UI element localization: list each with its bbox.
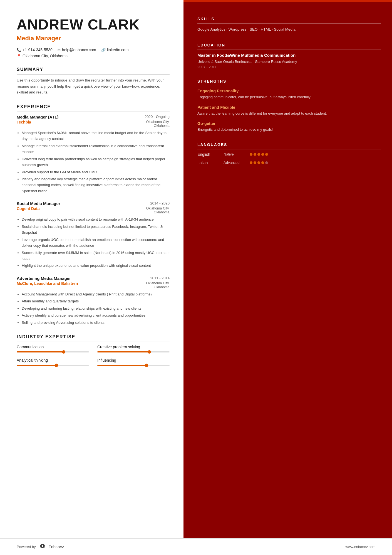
bar-fill (17, 351, 64, 352)
summary-text: Use this opportunity to intrigue and dra… (17, 77, 170, 95)
language-english: English Native (197, 152, 381, 157)
lang-english-level: Native (224, 152, 249, 156)
bullet: Selling and providing Advertising soluti… (22, 320, 170, 325)
location-row: 📍 Oklahoma City, Oklahoma (17, 54, 170, 58)
languages-section: LANGUAGES English Native Italian Advance… (197, 142, 381, 165)
expertise-analytical-label: Analytical thinking (17, 358, 89, 362)
candidate-title: Media Manager (17, 35, 170, 42)
bar-dot (62, 350, 65, 354)
expertise-communication-label: Communication (17, 345, 89, 349)
job-1-bullets: Managed Sportsbet's $40M+ annual above t… (17, 130, 170, 194)
dot (257, 161, 260, 164)
expertise-influencing-label: Influencing (97, 358, 170, 362)
dot (265, 161, 268, 164)
logo-icon (38, 544, 47, 550)
dot (250, 161, 252, 164)
bullet: Delivered long term media partnerships a… (22, 156, 170, 168)
dot (254, 161, 256, 164)
location-icon: 📍 (17, 54, 21, 58)
job-2-subheader: Cogent Data Oklahoma City,Oklahoma (17, 206, 170, 214)
job-2-date: 2014 - 2020 (150, 201, 170, 205)
experience-section: EXPERIENCE Media Manager (ATL) 2020 - On… (17, 104, 170, 325)
strength-3: Go-getter Energetic and determined to ac… (197, 121, 381, 132)
bar-fill (17, 365, 56, 366)
brand-name: Enhancv (49, 545, 64, 549)
job-3-header: Advertising Media Manager 2011 - 2014 (17, 276, 170, 281)
job-2-role: Social Media Manager (17, 201, 60, 206)
job-2-bullets: Develop original copy to pair with visua… (17, 216, 170, 269)
main-column: ANDREW CLARK Media Manager 📞 +1-914-345-… (0, 0, 183, 555)
job-2-company: Cogent Data (17, 206, 39, 211)
education-section: EDUCATION Master in Food&Wine Multimedia… (197, 43, 381, 69)
page-footer: Powered by Enhancv www.enhancv.com (0, 538, 392, 555)
dot (265, 153, 268, 156)
expertise-grid: Communication Creative problem solving (17, 345, 170, 366)
job-3-location: Oklahoma City,Oklahoma (146, 281, 170, 289)
dot (254, 153, 256, 156)
job-1-role: Media Manager (ATL) (17, 115, 59, 119)
lang-english-name: English (197, 152, 222, 157)
dot (250, 153, 252, 156)
expertise-analytical-bar (17, 365, 89, 366)
lang-italian-name: Italian (197, 161, 222, 165)
skills-text: Google Analytics · Wordpress · SEO · HTM… (197, 26, 381, 33)
education-degree: Master in Food&Wine Multimedia Communica… (197, 53, 381, 58)
linkedin-icon: 🔗 (101, 48, 106, 52)
dot (261, 161, 264, 164)
expertise-influencing: Influencing (97, 358, 170, 366)
job-1-header: Media Manager (ATL) 2020 - Ongoing (17, 115, 170, 119)
enhancv-logo: Enhancv (38, 544, 64, 550)
bullet: Manage internal and external stakeholder… (22, 143, 170, 155)
lang-italian-dots (250, 161, 381, 164)
strength-1-name: Engaging Personality (197, 89, 381, 93)
expertise-communication-bar (17, 351, 89, 352)
job-3: Advertising Media Manager 2011 - 2014 Mc… (17, 276, 170, 325)
job-3-date: 2011 - 2014 (150, 276, 170, 280)
bullet: Successfully generate over $4.5MM in sal… (22, 250, 170, 262)
education-title: EDUCATION (197, 43, 381, 50)
lang-english-dots (250, 153, 381, 156)
logo-svg (38, 544, 47, 549)
expertise-creative-label: Creative problem solving (97, 345, 170, 349)
expertise-title: INDUSTRY EXPERTISE (17, 334, 170, 342)
bar-fill (97, 365, 147, 366)
expertise-section: INDUSTRY EXPERTISE Communication Creativ… (17, 334, 170, 366)
strengths-section: STRENGTHS Engaging Personality Engaging … (197, 79, 381, 132)
strength-1-desc: Engaging communicator, can be persuasive… (197, 94, 381, 100)
strength-2-desc: Aware that the learning curve is differe… (197, 111, 381, 116)
job-1-date: 2020 - Ongoing (145, 115, 170, 119)
bullet: Managed Sportsbet's $40M+ annual above t… (22, 130, 170, 142)
footer-website: www.enhancv.com (346, 545, 375, 549)
expertise-creative-bar (97, 351, 170, 352)
strength-3-name: Go-getter (197, 121, 381, 126)
strength-2-name: Patient and Flexible (197, 105, 381, 110)
expertise-creative: Creative problem solving (97, 345, 170, 352)
bar-dot (55, 364, 58, 367)
bullet: Provided support to the GM of Media and … (22, 169, 170, 175)
job-2: Social Media Manager 2014 - 2020 Cogent … (17, 201, 170, 269)
education-years: 2007 - 2011 (197, 65, 381, 69)
powered-by-label: Powered by (17, 545, 36, 549)
expertise-influencing-bar (97, 365, 170, 366)
bar-dot (145, 364, 148, 367)
skills-title: SKILLS (197, 17, 381, 24)
linkedin-contact: 🔗 linkedin.com (101, 48, 129, 52)
bullet: Highlight the unique experience and valu… (22, 263, 170, 268)
candidate-name: ANDREW CLARK (17, 17, 170, 33)
education-school: Università Suor Orsola Benincasa - Gambe… (197, 60, 381, 64)
job-1-subheader: Techbia Oklahoma City,Oklahoma (17, 120, 170, 128)
job-1: Media Manager (ATL) 2020 - Ongoing Techb… (17, 115, 170, 194)
resume-page: ANDREW CLARK Media Manager 📞 +1-914-345-… (0, 0, 392, 555)
skills-section: SKILLS Google Analytics · Wordpress · SE… (197, 17, 381, 33)
header-section: ANDREW CLARK Media Manager 📞 +1-914-345-… (17, 17, 170, 58)
job-3-bullets: Account Management with Direct and Agenc… (17, 291, 170, 325)
strengths-title: STRENGTHS (197, 79, 381, 86)
bar-dot (148, 350, 151, 354)
experience-title: EXPERIENCE (17, 104, 170, 112)
languages-title: LANGUAGES (197, 142, 381, 149)
bullet: Actively identify and pursue new adverti… (22, 312, 170, 318)
lang-italian-level: Advanced (224, 161, 249, 165)
expertise-analytical: Analytical thinking (17, 358, 89, 366)
bar-fill (97, 351, 149, 352)
email-contact: ✉ help@enhancv.com (58, 48, 96, 52)
